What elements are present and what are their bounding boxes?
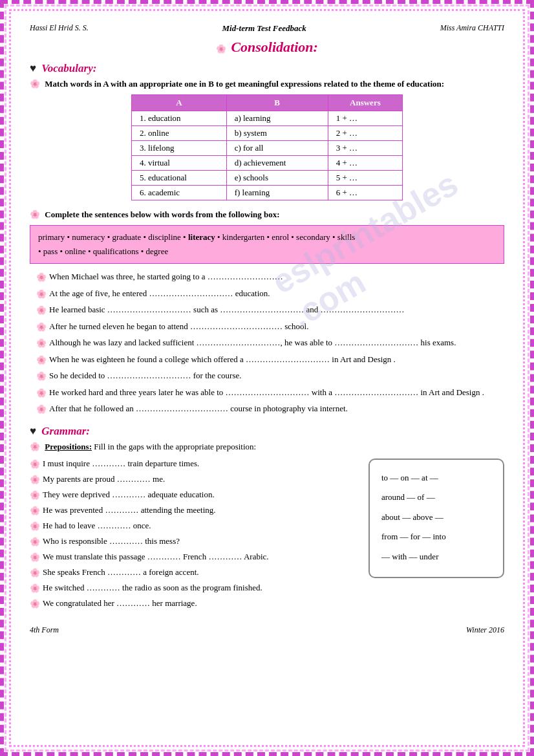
col-ans-cell: 6 + … (328, 186, 402, 200)
word-box-content: primary • numeracy • graduate • discipli… (38, 232, 355, 256)
match-instruction: 🌸 Match words in A with an appropriate o… (30, 79, 504, 89)
header-right: Miss Amira CHATTI (440, 23, 504, 33)
table-row: 2. online b) system 2 + … (132, 126, 403, 141)
prep-sentence-text: He switched ………… the radio as soon as th… (43, 583, 262, 593)
title-flower-icon: 🌸 (216, 44, 226, 54)
col-ans-cell: 5 + … (328, 171, 402, 186)
table-row: 6. academic f) learning 6 + … (132, 186, 403, 200)
grammar-section: ♥ Grammar: 🌸 Prepositions: Fill in the g… (30, 425, 504, 614)
prep-bullet-icon: 🌸 (30, 537, 40, 547)
prepositions-list: 🌸I must inquire ………… train departure tim… (30, 459, 356, 609)
prep-box-line: — with — under (381, 548, 491, 567)
list-item: 🌸Who is responsible ………… this mess? (30, 536, 356, 547)
list-item: 🌸She speaks French ………… a foreign accent… (30, 567, 356, 578)
sentence-text: At the age of five, he entered ………………………… (49, 287, 270, 300)
fillin-instruction: 🌸 Complete the sentences below with word… (30, 210, 504, 220)
grammar-section-title: ♥ Grammar: (30, 425, 504, 438)
sentence-text: After he turned eleven he began to atten… (49, 320, 308, 333)
prep-box-line: to — on — at — (381, 469, 491, 488)
table-row: 1. education a) learning 1 + … (132, 111, 403, 126)
header: Hassi El Hrid S. S. Mid-term Test Feedba… (30, 23, 504, 34)
prep-sentence-text: I must inquire ………… train departure time… (43, 459, 199, 469)
prep-bullet-icon: 🌸 (30, 521, 40, 532)
prepositions-box: to — on — at —around — of —about — above… (368, 459, 504, 578)
list-item: 🌸We must translate this passage ………… Fre… (30, 552, 356, 563)
prep-box-line: around — of — (381, 488, 491, 507)
list-item: 🌸He had to leave ………… once. (30, 521, 356, 532)
match-table-wrapper: A B Answers 1. education a) learning 1 +… (30, 94, 504, 200)
prep-bullet-icon: 🌸 (30, 599, 40, 609)
list-item: 🌸After that he followed an …………………………… c… (36, 402, 504, 416)
match-table: A B Answers 1. education a) learning 1 +… (131, 94, 403, 200)
prep-sentence-text: They were deprived ………… adequate educati… (43, 490, 215, 500)
fillin-sentences-list: 🌸When Michael was three, he started goin… (30, 270, 504, 416)
prepositions-sentences: 🌸I must inquire ………… train departure tim… (30, 459, 356, 614)
prepositions-layout: 🌸I must inquire ………… train departure tim… (30, 459, 504, 614)
prep-box-line: from — for — into (381, 528, 491, 546)
sentence-text: When he was eighteen he found a college … (49, 353, 396, 366)
col-a-cell: 1. education (132, 111, 227, 126)
table-row: 4. virtual d) achievement 4 + … (132, 156, 403, 171)
col-a-cell: 3. lifelong (132, 141, 227, 156)
list-item: 🌸I must inquire ………… train departure tim… (30, 459, 356, 470)
bullet-icon: 🌸 (36, 370, 47, 383)
bullet-icon: 🌸 (36, 304, 47, 317)
sentence-text: So he decided to ………………………… for the cour… (49, 369, 242, 382)
page-title: Consolidation: (231, 39, 317, 55)
vocabulary-section-title: ♥ Vocabulary: (30, 62, 504, 75)
table-row: 5. educational e) schools 5 + … (132, 171, 403, 186)
bullet-icon: 🌸 (36, 288, 47, 301)
prep-sentence-text: Who is responsible ………… this mess? (43, 536, 180, 546)
bullet-icon: 🌸 (36, 271, 47, 284)
bullet-icon: 🌸 (36, 403, 47, 416)
prep-bullet-icon: 🌸 (30, 568, 40, 578)
prep-sentence-text: He was prevented ………… attending the meet… (43, 505, 216, 515)
list-item: 🌸At the age of five, he entered ……………………… (36, 287, 504, 301)
col-b-cell: d) achievement (226, 156, 328, 171)
col-b-cell: b) system (226, 126, 328, 141)
prep-bullet-icon: 🌸 (30, 490, 40, 501)
bullet-icon: 🌸 (36, 337, 47, 350)
prep-bullet-icon: 🌸 (30, 583, 40, 594)
page: eslprintables.com Hassi El Hrid S. S. Mi… (0, 0, 534, 756)
sentence-text: He worked hard and three years later he … (49, 386, 484, 399)
col-ans-cell: 4 + … (328, 156, 402, 171)
col-a-cell: 6. academic (132, 186, 227, 200)
fillin-flower-icon: 🌸 (30, 210, 40, 219)
col-ans-cell: 3 + … (328, 141, 402, 156)
bullet-icon: 🌸 (36, 354, 47, 367)
col-a-cell: 5. educational (132, 171, 227, 186)
list-item: 🌸When he was eighteen he found a college… (36, 353, 504, 367)
footer: 4th Form Winter 2016 (30, 625, 504, 635)
list-item: 🌸After he turned eleven he began to atte… (36, 320, 504, 334)
prep-sentence-text: He had to leave ………… once. (43, 521, 151, 531)
prep-bullet-icon: 🌸 (30, 475, 40, 485)
prepositions-instruction: 🌸 Prepositions: Fill in the gaps with th… (30, 442, 504, 452)
sentence-text: Although he was lazy and lacked sufficie… (49, 336, 456, 349)
col-a-cell: 2. online (132, 126, 227, 141)
list-item: 🌸He switched ………… the radio as soon as t… (30, 583, 356, 594)
list-item: 🌸He worked hard and three years later he… (36, 386, 504, 400)
bullet-icon: 🌸 (36, 387, 47, 400)
prep-box-line: about — above — (381, 508, 491, 527)
col-b-cell: f) learning (226, 186, 328, 200)
prep-bullet-icon: 🌸 (30, 552, 40, 563)
sentence-text: When Michael was three, he started going… (49, 270, 283, 283)
sentence-text: After that he followed an …………………………… co… (49, 402, 348, 415)
list-item: 🌸My parents are proud ………… me. (30, 474, 356, 485)
list-item: 🌸He was prevented ………… attending the mee… (30, 505, 356, 516)
list-item: 🌸They were deprived ………… adequate educat… (30, 490, 356, 501)
prepositions-label: Prepositions: (45, 442, 92, 451)
list-item: 🌸So he decided to ………………………… for the cou… (36, 369, 504, 383)
prep-flower-icon: 🌸 (30, 442, 40, 451)
col-b-header: B (226, 95, 328, 111)
footer-year: Winter 2016 (466, 625, 504, 635)
grammar-heart-icon: ♥ (30, 425, 36, 437)
list-item: 🌸He learned basic ………………………… such as ………… (36, 303, 504, 317)
col-b-cell: e) schools (226, 171, 328, 186)
prep-sentence-text: She speaks French ………… a foreign accent. (43, 567, 199, 578)
word-box: primary • numeracy • graduate • discipli… (30, 225, 504, 264)
header-center: Mid-term Test Feedback (89, 23, 440, 34)
bullet-icon: 🌸 (36, 321, 47, 334)
match-flower-icon: 🌸 (30, 79, 40, 89)
